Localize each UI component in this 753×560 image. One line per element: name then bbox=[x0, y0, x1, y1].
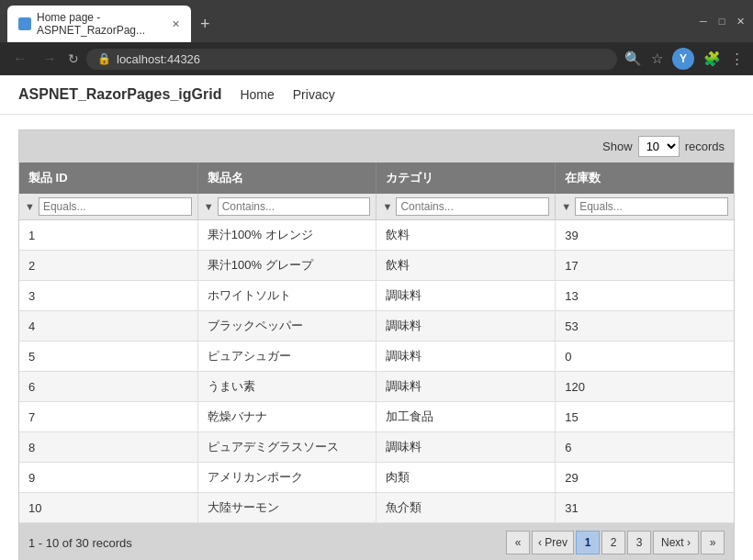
cell-stock: 6 bbox=[556, 432, 734, 463]
page-content: ASPNET_RazorPages_igGrid Home Privacy Sh… bbox=[0, 75, 753, 560]
show-count-select[interactable]: 10 25 50 bbox=[638, 136, 680, 157]
filter-cell-category: ▼ bbox=[376, 194, 556, 220]
window-controls: ─ □ ✕ bbox=[698, 16, 746, 32]
filter-input-id[interactable] bbox=[39, 197, 192, 216]
cell-stock: 13 bbox=[556, 281, 734, 311]
cell-name: ピュアデミグラスソース bbox=[197, 432, 376, 463]
cell-id: 9 bbox=[19, 463, 197, 493]
filter-cell-id: ▼ bbox=[19, 194, 197, 220]
cell-category: 調味料 bbox=[376, 281, 556, 311]
cell-id: 2 bbox=[19, 251, 197, 281]
col-header-category: カテゴリ bbox=[376, 162, 556, 194]
cell-category: 調味料 bbox=[376, 372, 556, 402]
cell-category: 調味料 bbox=[376, 311, 556, 342]
grid-topbar: Show 10 25 50 records bbox=[19, 130, 734, 162]
refresh-button[interactable]: ↻ bbox=[68, 51, 79, 66]
record-count-label: 1 - 10 of 30 records bbox=[28, 536, 132, 550]
table-row: 2果汁100% グレープ飲料17 bbox=[19, 251, 734, 281]
cell-stock: 120 bbox=[556, 372, 734, 402]
cell-name: 果汁100% グレープ bbox=[197, 251, 376, 281]
grid-footer: 1 - 10 of 30 records « ‹ Prev 1 2 3 Next… bbox=[19, 523, 734, 560]
site-nav: ASPNET_RazorPages_igGrid Home Privacy bbox=[0, 75, 753, 115]
col-header-id: 製品 ID bbox=[19, 162, 197, 194]
cell-id: 8 bbox=[19, 432, 197, 463]
col-header-stock: 在庫数 bbox=[556, 162, 734, 194]
browser-tab-bar: Home page - ASPNET_RazorPag... ✕ + ─ □ ✕ bbox=[0, 0, 753, 42]
cell-name: 乾燥バナナ bbox=[197, 402, 376, 432]
table-row: 1果汁100% オレンジ飲料39 bbox=[19, 220, 734, 251]
table-row: 8ピュアデミグラスソース調味料6 bbox=[19, 432, 734, 463]
search-icon[interactable]: 🔍 bbox=[624, 50, 642, 67]
cell-name: 大陸サーモン bbox=[197, 493, 376, 523]
records-label: records bbox=[685, 140, 725, 153]
col-header-name: 製品名 bbox=[197, 162, 376, 194]
table-header-row: 製品 ID 製品名 カテゴリ 在庫数 bbox=[19, 162, 734, 194]
prev-page-button[interactable]: ‹ Prev bbox=[532, 531, 574, 554]
browser-toolbar: ← → ↻ 🔒 localhost:44326 🔍 ☆ Y 🧩 ⋮ bbox=[0, 42, 753, 75]
cell-stock: 17 bbox=[556, 251, 734, 281]
page-2-button[interactable]: 2 bbox=[601, 531, 625, 554]
cell-category: 加工食品 bbox=[376, 402, 556, 432]
filter-input-category[interactable] bbox=[396, 197, 549, 216]
forward-button[interactable]: → bbox=[39, 50, 61, 67]
minimize-button[interactable]: ─ bbox=[698, 16, 709, 27]
filter-icon-id[interactable]: ▼ bbox=[25, 201, 35, 212]
cell-id: 1 bbox=[19, 220, 197, 251]
filter-input-name[interactable] bbox=[218, 197, 371, 216]
page-1-button[interactable]: 1 bbox=[576, 531, 600, 554]
last-page-button[interactable]: » bbox=[701, 531, 725, 554]
profile-avatar[interactable]: Y bbox=[672, 48, 694, 70]
new-tab-button[interactable]: + bbox=[195, 15, 216, 34]
cell-id: 10 bbox=[19, 493, 197, 523]
cell-stock: 29 bbox=[556, 463, 734, 493]
nav-home[interactable]: Home bbox=[240, 87, 274, 102]
cell-category: 肉類 bbox=[376, 463, 556, 493]
table-row: 10大陸サーモン魚介類31 bbox=[19, 493, 734, 523]
lock-icon: 🔒 bbox=[97, 52, 111, 65]
first-page-button[interactable]: « bbox=[506, 531, 530, 554]
back-button[interactable]: ← bbox=[9, 50, 31, 67]
filter-cell-name: ▼ bbox=[197, 194, 376, 220]
table-row: 9アメリカンポーク肉類29 bbox=[19, 463, 734, 493]
cell-stock: 0 bbox=[556, 342, 734, 372]
table-row: 4ブラックペッパー調味料53 bbox=[19, 311, 734, 342]
cell-stock: 15 bbox=[556, 402, 734, 432]
close-window-button[interactable]: ✕ bbox=[735, 16, 746, 27]
next-page-button[interactable]: Next › bbox=[653, 531, 699, 554]
table-row: 5ピュアシュガー調味料0 bbox=[19, 342, 734, 372]
browser-actions: 🔍 ☆ Y 🧩 ⋮ bbox=[624, 48, 744, 70]
show-label: Show bbox=[602, 140, 633, 153]
tab-favicon bbox=[18, 17, 31, 30]
cell-name: ピュアシュガー bbox=[197, 342, 376, 372]
cell-category: 調味料 bbox=[376, 342, 556, 372]
cell-category: 調味料 bbox=[376, 432, 556, 463]
nav-privacy[interactable]: Privacy bbox=[293, 87, 335, 102]
cell-id: 3 bbox=[19, 281, 197, 311]
cell-id: 7 bbox=[19, 402, 197, 432]
data-table: 製品 ID 製品名 カテゴリ 在庫数 ▼ bbox=[19, 162, 734, 523]
table-row: 7乾燥バナナ加工食品15 bbox=[19, 402, 734, 432]
filter-input-stock[interactable] bbox=[575, 197, 728, 216]
filter-icon-stock[interactable]: ▼ bbox=[561, 201, 571, 212]
page-3-button[interactable]: 3 bbox=[627, 531, 651, 554]
table-row: 6うまい素調味料120 bbox=[19, 372, 734, 402]
cell-name: アメリカンポーク bbox=[197, 463, 376, 493]
star-icon[interactable]: ☆ bbox=[651, 50, 663, 67]
table-body: 1果汁100% オレンジ飲料392果汁100% グレープ飲料173ホワイトソルト… bbox=[19, 220, 734, 523]
cell-stock: 53 bbox=[556, 311, 734, 342]
active-tab[interactable]: Home page - ASPNET_RazorPag... ✕ bbox=[7, 6, 191, 42]
address-bar[interactable]: 🔒 localhost:44326 bbox=[86, 49, 617, 70]
menu-icon[interactable]: ⋮ bbox=[730, 50, 744, 67]
tab-close-button[interactable]: ✕ bbox=[172, 18, 180, 30]
table-filter-row: ▼ ▼ ▼ bbox=[19, 194, 734, 220]
cell-name: 果汁100% オレンジ bbox=[197, 220, 376, 251]
extensions-icon[interactable]: 🧩 bbox=[703, 50, 721, 67]
cell-id: 5 bbox=[19, 342, 197, 372]
cell-name: うまい素 bbox=[197, 372, 376, 402]
cell-id: 6 bbox=[19, 372, 197, 402]
maximize-button[interactable]: □ bbox=[716, 16, 727, 27]
pagination: « ‹ Prev 1 2 3 Next › » bbox=[506, 531, 725, 554]
filter-icon-name[interactable]: ▼ bbox=[204, 201, 214, 212]
cell-stock: 39 bbox=[556, 220, 734, 251]
filter-icon-category[interactable]: ▼ bbox=[382, 201, 392, 212]
